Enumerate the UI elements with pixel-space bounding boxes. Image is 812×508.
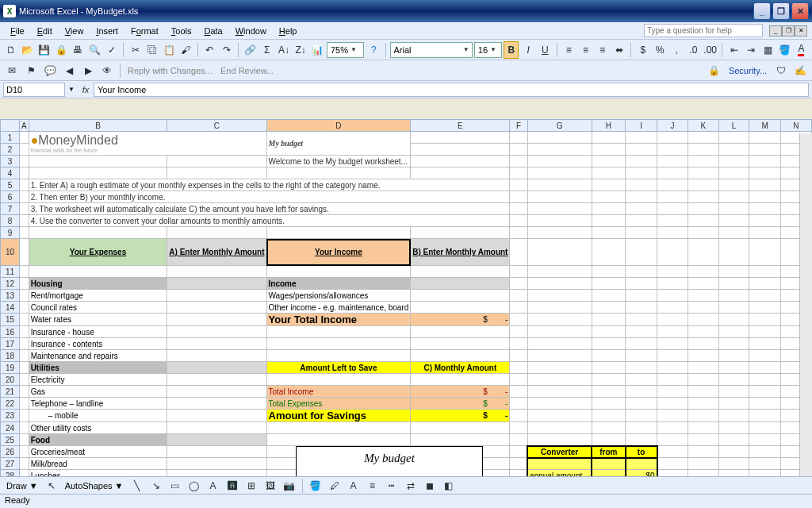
hyperlink-icon[interactable]: 🔗 (243, 41, 258, 59)
menu-file[interactable]: File (5, 25, 30, 37)
line-color-icon[interactable]: 🖊 (326, 477, 343, 495)
col-h[interactable]: H (592, 120, 625, 132)
select-objects-icon[interactable]: ↖ (43, 477, 60, 495)
line-style-icon[interactable]: ≡ (364, 477, 381, 495)
chart-icon[interactable]: 📊 (310, 41, 325, 59)
textbox-icon[interactable]: A (205, 477, 222, 495)
autosum-icon[interactable]: Σ (259, 41, 274, 59)
size-combo[interactable]: 16▼ (474, 42, 503, 58)
doc-restore-button[interactable]: ❐ (782, 25, 795, 37)
currency-icon[interactable]: $ (635, 41, 650, 59)
col-i[interactable]: I (626, 120, 657, 132)
next-comment-icon[interactable]: ▶ (79, 62, 97, 79)
col-k[interactable]: K (688, 120, 718, 132)
decrease-decimal-icon[interactable]: .00 (703, 41, 718, 59)
prev-comment-icon[interactable]: ◀ (60, 62, 78, 79)
clipart-icon[interactable]: 🖼 (262, 477, 279, 495)
name-box[interactable] (3, 83, 65, 97)
borders-icon[interactable]: ▦ (760, 41, 775, 59)
comment-icon[interactable]: 💬 (41, 62, 59, 79)
zoom-combo[interactable]: 75%▼ (327, 42, 365, 58)
menu-insert[interactable]: Insert (90, 25, 124, 37)
italic-button[interactable]: I (520, 41, 535, 59)
col-l[interactable]: L (718, 120, 749, 132)
flag-icon[interactable]: ⚑ (22, 62, 40, 79)
menu-tools[interactable]: Tools (166, 25, 197, 37)
sign-icon[interactable]: ✍ (791, 62, 809, 79)
picture-icon[interactable]: 📷 (281, 477, 298, 495)
decrease-indent-icon[interactable]: ⇤ (726, 41, 741, 59)
comma-icon[interactable]: , (669, 41, 684, 59)
increase-decimal-icon[interactable]: .0 (686, 41, 701, 59)
col-c[interactable]: C (167, 120, 266, 132)
maximize-button[interactable]: ❐ (772, 2, 790, 20)
dash-style-icon[interactable]: ┅ (383, 477, 400, 495)
end-review-button[interactable]: End Review... (217, 66, 277, 75)
security-link[interactable]: Security... (725, 66, 771, 75)
select-all-cell[interactable] (1, 120, 20, 132)
redo-icon[interactable]: ↷ (219, 41, 234, 59)
shadow-icon[interactable]: ◼ (421, 477, 439, 495)
col-m[interactable]: M (749, 120, 780, 132)
line-icon[interactable]: ╲ (128, 477, 146, 495)
increase-indent-icon[interactable]: ⇥ (743, 41, 758, 59)
cut-icon[interactable]: ✂ (128, 41, 143, 59)
rectangle-icon[interactable]: ▭ (167, 477, 184, 495)
vertical-scrollbar[interactable] (799, 133, 812, 476)
menu-help[interactable]: Help (274, 25, 303, 37)
sort-desc-icon[interactable]: Z↓ (293, 41, 308, 59)
col-n[interactable]: N (780, 120, 811, 132)
col-j[interactable]: J (657, 120, 688, 132)
fx-icon[interactable]: fx (78, 85, 94, 94)
menu-edit[interactable]: Edit (32, 25, 58, 37)
align-center-icon[interactable]: ≡ (578, 41, 593, 59)
protect-icon[interactable]: 🛡 (772, 62, 790, 79)
open-icon[interactable]: 📂 (20, 41, 35, 59)
arrow-icon[interactable]: ↘ (147, 477, 165, 495)
show-comment-icon[interactable]: 👁 (98, 62, 116, 79)
col-a[interactable]: A (19, 120, 29, 132)
col-g[interactable]: G (527, 120, 592, 132)
print-icon[interactable]: 🖶 (71, 41, 86, 59)
print-preview-icon[interactable]: 🔍 (87, 41, 102, 59)
oval-icon[interactable]: ◯ (186, 477, 203, 495)
underline-button[interactable]: U (538, 41, 553, 59)
name-box-dropdown-icon[interactable]: ▼ (65, 86, 78, 93)
col-b[interactable]: B (29, 120, 167, 132)
sort-asc-icon[interactable]: A↓ (276, 41, 291, 59)
reply-changes-button[interactable]: Reply with Changes... (124, 66, 216, 75)
minimize-button[interactable]: _ (753, 2, 771, 20)
draw-menu[interactable]: Draw ▼ (3, 481, 41, 491)
col-d[interactable]: D (266, 120, 411, 132)
envelope-icon[interactable]: ✉ (3, 62, 21, 79)
diagram-icon[interactable]: ⊞ (243, 477, 260, 495)
font-combo[interactable]: Arial▼ (390, 42, 473, 58)
doc-close-button[interactable]: ✕ (795, 25, 807, 37)
doc-minimize-button[interactable]: _ (769, 25, 782, 37)
menu-window[interactable]: Window (230, 25, 272, 37)
copy-icon[interactable]: ⿻ (144, 41, 159, 59)
security-lock-icon[interactable]: 🔒 (706, 62, 723, 79)
undo-icon[interactable]: ↶ (202, 41, 217, 59)
wordart-icon[interactable]: 🅰 (224, 477, 241, 495)
autoshapes-menu[interactable]: AutoShapes ▼ (62, 481, 127, 491)
fill-color-icon[interactable]: 🪣 (777, 41, 792, 59)
percent-icon[interactable]: % (653, 41, 668, 59)
3d-icon[interactable]: ◧ (440, 477, 458, 495)
new-icon[interactable]: 🗋 (3, 41, 18, 59)
format-painter-icon[interactable]: 🖌 (178, 41, 193, 59)
header-income[interactable]: Your Income (266, 239, 411, 266)
menu-view[interactable]: View (59, 25, 90, 37)
spreadsheet-grid[interactable]: A B C D E F G H I J K L M N 1●MoneyMinde… (0, 119, 812, 476)
paste-icon[interactable]: 📋 (162, 41, 177, 59)
col-f[interactable]: F (510, 120, 527, 132)
align-left-icon[interactable]: ≡ (561, 41, 576, 59)
fill-color-draw-icon[interactable]: 🪣 (307, 477, 324, 495)
embedded-chart[interactable]: My budget $1.00 $0.90 $0.80 $0.70 (296, 446, 483, 476)
merge-icon[interactable]: ⬌ (611, 41, 626, 59)
col-e[interactable]: E (411, 120, 510, 132)
help-search-input[interactable] (644, 24, 763, 37)
help-icon[interactable]: ? (366, 41, 381, 59)
permission-icon[interactable]: 🔒 (54, 41, 69, 59)
arrow-style-icon[interactable]: ⇄ (402, 477, 419, 495)
